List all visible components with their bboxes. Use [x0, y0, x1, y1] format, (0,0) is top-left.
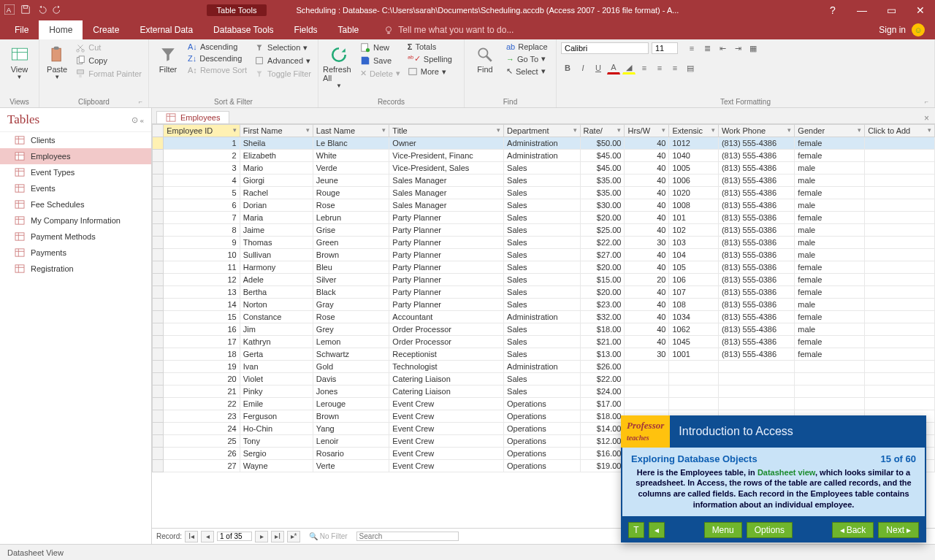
tab-database-tools[interactable]: Database Tools — [203, 20, 284, 39]
table-row[interactable]: 17KathrynLemonOrder ProcessorSales$21.00… — [153, 336, 935, 348]
spelling-button[interactable]: ᵃᵇ✓Spelling — [405, 53, 454, 64]
table-row[interactable]: 14NortonGrayParty PlannerSales$23.004010… — [153, 299, 935, 311]
column-header[interactable]: Title▾ — [389, 125, 504, 137]
table-row[interactable]: 13BerthaBlackParty PlannerSales$20.00401… — [153, 286, 935, 299]
tutorial-text-icon[interactable]: T — [628, 522, 644, 538]
tab-table[interactable]: Table — [328, 20, 370, 39]
nav-last-icon[interactable]: ▸I — [271, 531, 284, 542]
nav-item-event-types[interactable]: Event Types — [0, 164, 151, 180]
new-button[interactable]: New — [358, 42, 402, 53]
refresh-all-button[interactable]: Refresh All▼ — [323, 42, 355, 89]
indent-right-icon[interactable]: ⇥ — [731, 42, 744, 55]
nav-item-fee-schedules[interactable]: Fee Schedules — [0, 196, 151, 212]
tutorial-back-button[interactable]: ◂ Back — [832, 522, 874, 538]
tab-fields[interactable]: Fields — [284, 20, 328, 39]
goto-button[interactable]: →Go To ▾ — [504, 53, 550, 64]
nav-item-employees[interactable]: Employees — [0, 148, 151, 164]
table-row[interactable]: 10SullivanBrownParty PlannerSales$27.004… — [153, 249, 935, 261]
textfmt-dialog-icon[interactable]: ⌐ — [925, 98, 928, 105]
nav-collapse-icon[interactable]: ⊙ « — [131, 115, 144, 125]
minimize-icon[interactable]: — — [847, 0, 877, 20]
font-color-icon[interactable]: A — [607, 61, 620, 74]
table-row[interactable]: 9ThomasGreenParty PlannerSales$22.003010… — [153, 237, 935, 249]
tutorial-next-button[interactable]: Next ▸ — [878, 522, 919, 538]
view-button[interactable]: View▼ — [4, 42, 34, 80]
align-center-icon[interactable]: ≡ — [653, 61, 666, 74]
table-row[interactable]: 3MarioVerdeVice-President, SalesSales$45… — [153, 162, 935, 174]
feedback-icon[interactable]: ☺ — [912, 23, 925, 37]
column-header[interactable]: Hrs/W▾ — [625, 125, 669, 137]
nav-item-payment-methods[interactable]: Payment Methods — [0, 229, 151, 245]
table-row[interactable]: 15ConstanceRoseAccountantAdministration$… — [153, 311, 935, 323]
indent-left-icon[interactable]: ⇤ — [716, 42, 729, 55]
nav-item-events[interactable]: Events — [0, 180, 151, 196]
totals-button[interactable]: ΣTotals — [405, 42, 454, 52]
table-row[interactable]: 16JimGreyOrder ProcessorSales$18.0040106… — [153, 323, 935, 336]
restore-icon[interactable]: ▭ — [877, 0, 906, 20]
table-row[interactable]: 7MariaLebrunParty PlannerSales$20.004010… — [153, 212, 935, 224]
table-row[interactable]: 2ElizabethWhiteVice-President, FinancAdm… — [153, 150, 935, 162]
nav-item-my-company-information[interactable]: My Company Information — [0, 212, 151, 229]
table-row[interactable]: 5RachelRougeSales ManagerSales$35.004010… — [153, 187, 935, 199]
bullets-icon[interactable]: ≡ — [685, 42, 698, 55]
record-position-input[interactable] — [217, 532, 252, 541]
undo-icon[interactable] — [37, 4, 47, 16]
save-button[interactable]: Save — [358, 55, 402, 66]
tab-home[interactable]: Home — [39, 20, 83, 39]
nav-next-icon[interactable]: ▸ — [255, 531, 268, 542]
underline-icon[interactable]: U — [592, 61, 605, 74]
nav-first-icon[interactable]: I◂ — [185, 531, 198, 542]
tutorial-options-button[interactable]: Options — [747, 522, 793, 538]
toggle-filter-button[interactable]: Toggle Filter — [252, 68, 313, 80]
table-row[interactable]: 21PinkyJonesCatering LiaisonSales$24.00 — [153, 386, 935, 398]
column-header[interactable]: Employee ID▾ — [164, 125, 240, 137]
search-input[interactable] — [356, 532, 459, 541]
more-button[interactable]: More ▾ — [405, 66, 454, 77]
column-header[interactable]: Gender▾ — [795, 125, 865, 137]
tab-employees[interactable]: Employees — [156, 111, 229, 123]
gridlines-icon[interactable]: ▦ — [747, 42, 760, 55]
nav-item-registration[interactable]: Registration — [0, 261, 151, 277]
column-header[interactable]: Rate/▾ — [580, 125, 625, 137]
save-icon[interactable] — [20, 4, 31, 16]
tutorial-menu-button[interactable]: Menu — [704, 522, 742, 538]
column-header[interactable]: Work Phone▾ — [718, 125, 794, 137]
copy-button[interactable]: Copy — [73, 55, 144, 66]
filter-button[interactable]: Filter — [153, 42, 183, 74]
font-name-input[interactable]: Calibri — [561, 42, 649, 54]
table-row[interactable]: 6DorianRoseSales ManagerSales$30.0040100… — [153, 199, 935, 212]
redo-icon[interactable] — [53, 4, 63, 16]
numbering-icon[interactable]: ≣ — [701, 42, 714, 55]
bold-icon[interactable]: B — [561, 61, 574, 74]
align-left-icon[interactable]: ≡ — [638, 61, 651, 74]
table-row[interactable]: 1SheilaLe BlancOwnerAdministration$50.00… — [153, 137, 935, 150]
table-row[interactable]: 11HarmonyBleuParty PlannerSales$20.00401… — [153, 261, 935, 274]
close-icon[interactable]: ✕ — [906, 0, 935, 20]
column-header[interactable]: First Name▾ — [240, 125, 313, 137]
ascending-button[interactable]: A↓Ascending — [186, 42, 249, 52]
column-header[interactable]: Department▾ — [504, 125, 580, 137]
tab-file[interactable]: File — [4, 20, 39, 39]
align-right-icon[interactable]: ≡ — [668, 61, 682, 74]
nav-item-clients[interactable]: Clients — [0, 132, 151, 148]
table-row[interactable]: 20VioletDavisCatering LiaisonSales$22.00 — [153, 373, 935, 386]
column-header[interactable]: Extensic▾ — [669, 125, 718, 137]
cut-button[interactable]: Cut — [73, 42, 144, 53]
table-row[interactable]: 19IvanGoldTechnologistAdministration$26.… — [153, 361, 935, 373]
clipboard-dialog-icon[interactable]: ⌐ — [139, 98, 142, 105]
advanced-button[interactable]: Advanced ▾ — [252, 55, 313, 66]
sign-in[interactable]: Sign in ☺ — [869, 20, 935, 39]
remove-sort-button[interactable]: A↕Remove Sort — [186, 65, 249, 75]
nav-header[interactable]: Tables ⊙ « — [0, 108, 151, 132]
select-button[interactable]: ↖Select ▾ — [504, 66, 550, 77]
font-size-input[interactable]: 11 — [652, 42, 678, 54]
selection-button[interactable]: Selection ▾ — [252, 42, 313, 53]
tell-me-box[interactable]: Tell me what you want to do... — [369, 20, 869, 39]
tab-external-data[interactable]: External Data — [129, 20, 203, 39]
table-row[interactable]: 22EmileLerougeEvent CrewOperations$17.00 — [153, 398, 935, 410]
table-row[interactable]: 8JaimeGriseParty PlannerSales$25.0040102… — [153, 224, 935, 237]
column-header[interactable]: Click to Add▾ — [865, 125, 935, 137]
italic-icon[interactable]: I — [576, 61, 589, 74]
close-tab-icon[interactable]: × — [918, 113, 935, 123]
alt-row-color-icon[interactable]: ▤ — [684, 61, 697, 74]
